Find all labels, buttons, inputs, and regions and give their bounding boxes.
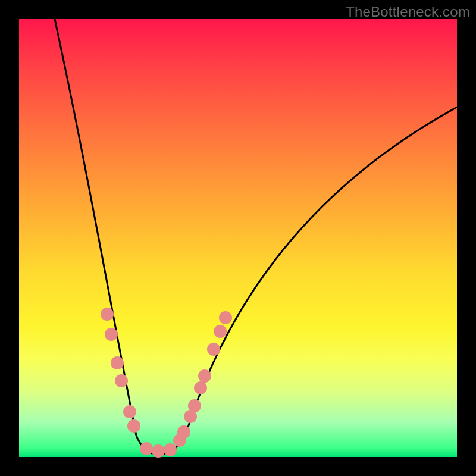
floor-bead-3 bbox=[164, 443, 177, 456]
left-bead-3 bbox=[111, 356, 124, 369]
site-watermark: TheBottleneck.com bbox=[346, 4, 470, 20]
left-bead-2 bbox=[105, 328, 118, 341]
floor-bead-1 bbox=[140, 442, 153, 455]
left-bead-4 bbox=[115, 374, 128, 387]
left-bead-5 bbox=[123, 405, 136, 418]
right-bead-7 bbox=[207, 343, 220, 356]
chart-frame bbox=[19, 19, 457, 457]
right-bead-4 bbox=[188, 399, 201, 412]
right-bead-5 bbox=[194, 381, 207, 394]
right-bead-9 bbox=[219, 311, 232, 324]
left-bead-1 bbox=[101, 308, 114, 321]
right-bead-2 bbox=[177, 425, 190, 439]
left-bead-6 bbox=[127, 419, 140, 433]
right-bead-6 bbox=[198, 369, 211, 383]
curve-beads bbox=[19, 19, 457, 457]
floor-bead-2 bbox=[152, 444, 165, 458]
right-bead-8 bbox=[214, 325, 227, 338]
